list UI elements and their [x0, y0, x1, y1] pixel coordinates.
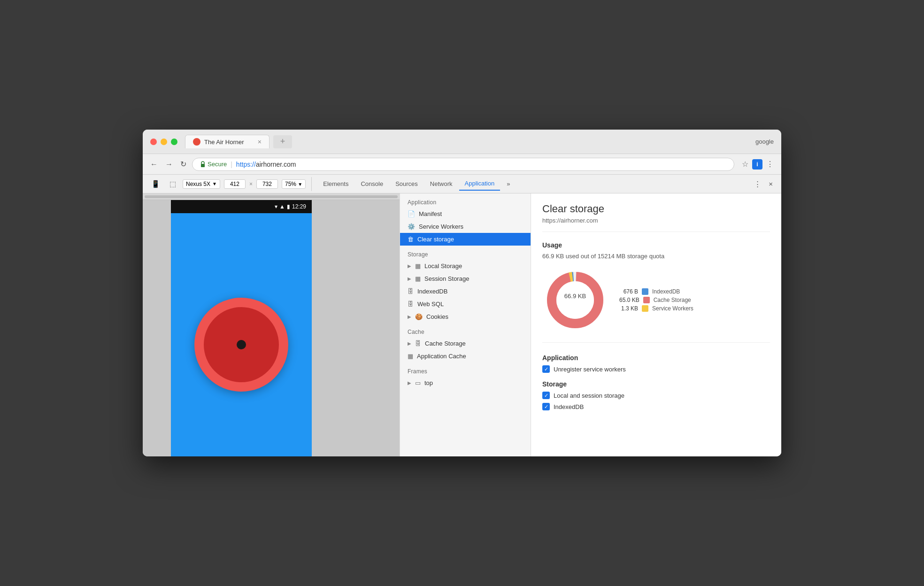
browser-window: The Air Horner × + google ← → ↻ Secure |… [143, 130, 781, 456]
indexed-db-label: IndexedDB [652, 288, 693, 295]
sidebar-item-local-storage[interactable]: ▶ ▦ Local Storage [400, 260, 531, 272]
close-button[interactable] [150, 139, 157, 145]
legend-item-service-workers: 1.3 KB Service Workers [619, 305, 693, 312]
check-icon: ✓ [544, 366, 548, 372]
sidebar-item-clear-storage[interactable]: 🗑 Clear storage [400, 233, 531, 246]
tab-more[interactable]: » [501, 177, 516, 190]
url-domain: airhorner.com [256, 161, 296, 168]
main-content: ▾ ▲ ▮ 12:29 Application 📄 [143, 193, 781, 456]
dimension-separator: × [249, 181, 253, 187]
indexeddb-label: IndexedDB [417, 288, 447, 295]
bookmark-button[interactable]: ☆ [740, 158, 750, 170]
unregister-label: Unregister service workers [554, 366, 626, 373]
scrollbar-top [143, 193, 400, 200]
indexeddb-checkbox[interactable]: ✓ [542, 403, 550, 410]
tab-favicon [193, 138, 200, 146]
donut-chart: 66.9 KB [542, 267, 608, 333]
address-actions: ☆ i ⋮ [740, 158, 776, 170]
zoom-dropdown-icon: ▼ [298, 182, 302, 187]
sidebar-item-web-sql[interactable]: 🗄 Web SQL [400, 298, 531, 310]
zoom-select[interactable]: 75% ▼ [282, 179, 306, 189]
tab-application[interactable]: Application [459, 177, 500, 191]
legend-item-cache-storage: 65.0 KB Cache Storage [619, 297, 693, 303]
device-select[interactable]: Nexus 5X ▼ [183, 179, 220, 189]
extension-button[interactable]: i [752, 159, 762, 170]
local-storage-label: Local Storage [424, 262, 462, 270]
cache-storage-icon: 🗄 [415, 340, 421, 347]
cache-storage-color [643, 297, 650, 303]
application-section: Application ✓ Unregister service workers [542, 354, 770, 373]
sidebar-item-indexeddb[interactable]: 🗄 IndexedDB [400, 285, 531, 298]
device-dropdown-icon: ▼ [212, 181, 217, 186]
cookies-label: Cookies [426, 313, 448, 320]
storage-section-title: Storage [542, 380, 770, 388]
google-profile[interactable]: google [755, 138, 774, 145]
record-inner [204, 307, 279, 382]
cache-storage-legend-label: Cache Storage [654, 297, 693, 303]
scroll-track[interactable] [145, 195, 398, 198]
active-tab[interactable]: The Air Horner × [185, 135, 270, 148]
sidebar-section-frames: Frames [400, 362, 531, 377]
more-options-button[interactable]: ⋮ [751, 177, 764, 191]
width-input[interactable] [224, 179, 246, 189]
legend-item-indexed-db: 676 B IndexedDB [619, 288, 693, 295]
address-bar: ← → ↻ Secure | https://airhorner.com ☆ i… [143, 154, 781, 175]
window-controls [150, 139, 177, 145]
inspect-button[interactable]: ⬚ [167, 177, 179, 191]
session-storage-arrow: ▶ [408, 276, 411, 281]
device-toggle-button[interactable]: 📱 [148, 177, 163, 191]
close-devtools-button[interactable]: × [766, 177, 776, 191]
devtools-panel: Clear storage https://airhorner.com Usag… [531, 193, 781, 456]
local-session-checkbox[interactable]: ✓ [542, 392, 550, 399]
sidebar-item-service-workers[interactable]: ⚙️ Service Workers [400, 220, 531, 233]
usage-chart-area: 66.9 KB 676 B IndexedDB 65.0 KB Cache S [542, 267, 770, 343]
forward-button[interactable]: → [163, 158, 175, 170]
app-cache-icon: ▦ [408, 353, 413, 360]
battery-icon: ▮ [287, 203, 290, 210]
local-session-label: Local and session storage [554, 392, 624, 399]
tab-network[interactable]: Network [424, 177, 458, 190]
local-session-storage-row: ✓ Local and session storage [542, 392, 770, 399]
unregister-checkbox[interactable]: ✓ [542, 365, 550, 373]
panel-url: https://airhorner.com [542, 217, 770, 232]
sidebar-section-storage: Storage [400, 246, 531, 260]
sidebar-item-session-storage[interactable]: ▶ ▦ Session Storage [400, 272, 531, 285]
sidebar-item-manifest[interactable]: 📄 Manifest [400, 208, 531, 220]
sidebar-section-cache: Cache [400, 323, 531, 337]
record-center [237, 340, 246, 349]
usage-section: Usage 66.9 KB used out of 15214 MB stora… [542, 241, 770, 343]
cache-storage-arrow: ▶ [408, 341, 411, 346]
tab-console[interactable]: Console [355, 177, 389, 190]
cache-storage-value: 65.0 KB [619, 297, 639, 303]
devtools-tabs: Elements Console Sources Network Applica… [317, 177, 749, 191]
address-input[interactable]: Secure | https://airhorner.com [192, 158, 734, 171]
cookies-arrow: ▶ [408, 314, 411, 319]
maximize-button[interactable] [171, 139, 177, 145]
menu-button[interactable]: ⋮ [764, 158, 776, 170]
local-storage-icon: ▦ [415, 262, 421, 270]
back-button[interactable]: ← [148, 158, 160, 170]
signal-icon: ▲ [279, 203, 285, 210]
panel-title: Clear storage [542, 203, 770, 215]
tab-sources[interactable]: Sources [390, 177, 424, 190]
minimize-button[interactable] [161, 139, 167, 145]
device-toolbar: 📱 ⬚ Nexus 5X ▼ × 75% ▼ [148, 177, 312, 191]
new-tab-button[interactable]: + [273, 135, 292, 148]
tab-close-button[interactable]: × [258, 138, 262, 146]
sidebar-item-top[interactable]: ▶ ▭ top [400, 377, 531, 389]
indexed-db-color [642, 288, 648, 295]
sidebar-item-application-cache[interactable]: ▦ Application Cache [400, 350, 531, 362]
url-prefix: https:// [236, 161, 256, 168]
clear-storage-icon: 🗑 [408, 236, 414, 243]
sidebar-item-cookies[interactable]: ▶ 🍪 Cookies [400, 310, 531, 323]
height-input[interactable] [256, 179, 278, 189]
donut-chart-wrapper: 66.9 KB [542, 267, 608, 333]
time-display: 12:29 [292, 203, 306, 210]
indexeddb-checkbox-label: IndexedDB [554, 403, 584, 410]
devtools-actions: ⋮ × [751, 177, 776, 191]
top-icon: ▭ [415, 379, 421, 386]
reload-button[interactable]: ↻ [178, 158, 188, 170]
sidebar-item-cache-storage[interactable]: ▶ 🗄 Cache Storage [400, 337, 531, 350]
tab-elements[interactable]: Elements [317, 177, 354, 190]
local-session-check-icon: ✓ [544, 393, 548, 399]
